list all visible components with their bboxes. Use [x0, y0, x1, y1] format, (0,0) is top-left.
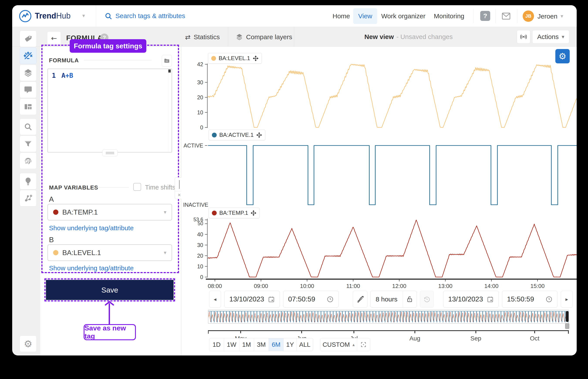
x-tick-label: 08:00	[202, 283, 228, 289]
trendhub-logo-icon[interactable]	[19, 10, 31, 22]
sidebar-item-fingerprint[interactable]	[20, 153, 37, 169]
overview-selection-handle[interactable]	[566, 311, 569, 322]
nav-monitoring[interactable]: Monitoring	[430, 8, 469, 24]
help-icon[interactable]: ?	[480, 11, 490, 21]
custom-range-button[interactable]: CUSTOM ▴	[320, 338, 357, 351]
brand-name: TrendHub	[35, 11, 71, 20]
y-tick-label: 20	[183, 253, 203, 259]
sidebar-item-lightbulb[interactable]	[20, 173, 37, 190]
sidebar-item-layers[interactable]	[20, 64, 37, 81]
variable-b-label: B	[49, 236, 54, 244]
map-variables-label: MAP VARIABLES	[49, 184, 98, 191]
sidebar-item-tag[interactable]	[20, 31, 37, 47]
start-time-field[interactable]: 07:50:59	[283, 291, 339, 308]
range-button-1d[interactable]: 1D	[209, 338, 224, 351]
x-tick-label: 11:00	[340, 283, 366, 289]
y-tick-label: 20	[183, 94, 203, 101]
search-input[interactable]: Search tags & attributes	[115, 12, 185, 20]
topbar-divider	[96, 5, 96, 27]
save-button[interactable]: Save	[46, 280, 173, 300]
formula-folder-button[interactable]	[162, 55, 172, 67]
y-tick-label: 30	[183, 242, 203, 248]
user-chevron-down-icon[interactable]: ▾	[560, 13, 563, 19]
range-button-all[interactable]: ALL	[297, 338, 313, 351]
section-rule	[96, 187, 129, 188]
toolbar-divider	[294, 27, 294, 47]
variable-a-show-underlying-link[interactable]: Show underlying tag/attribute	[49, 224, 134, 232]
editor-scrollbar[interactable]	[168, 69, 171, 152]
variable-b-dropdown[interactable]: BA:LEVEL.1 ▾	[47, 244, 172, 261]
formula-editor[interactable]: 1 A+B	[47, 69, 172, 153]
sidebar-item-settings[interactable]: ⚙	[20, 335, 37, 352]
fit-range-button[interactable]	[357, 338, 370, 351]
variable-b-chevron-down-icon: ▾	[164, 250, 166, 256]
user-name[interactable]: Jeroen	[538, 13, 557, 20]
move-icon[interactable]	[251, 210, 256, 216]
legend-chip-temp[interactable]: BA:TEMP.1	[209, 207, 260, 218]
chart-settings-button[interactable]: ⚙	[555, 49, 570, 63]
toolbar-divider	[228, 27, 228, 47]
variable-b-show-underlying-link[interactable]: Show underlying tag/attribute	[49, 264, 134, 272]
interpolation-button[interactable]	[353, 291, 368, 308]
brand-hub: Hub	[56, 11, 71, 20]
range-button-1y[interactable]: 1Y	[284, 338, 297, 351]
clock-icon	[327, 296, 334, 303]
range-button-6m[interactable]: 6M	[269, 338, 284, 351]
formula-settings-callout: Formula tag settings	[70, 39, 146, 53]
nav-view[interactable]: View	[353, 8, 377, 24]
range-button-3m[interactable]: 3M	[254, 338, 269, 351]
variable-b-series-dot	[53, 250, 58, 255]
range-button-1m[interactable]: 1M	[239, 338, 254, 351]
duration-value[interactable]: 8 hours	[371, 296, 403, 303]
variable-a-dropdown[interactable]: BA:TEMP.1 ▾	[47, 204, 172, 221]
overview-strip[interactable]	[208, 310, 569, 324]
end-date-field[interactable]: 13/10/2023	[443, 291, 499, 308]
time-shifts-checkbox[interactable]	[133, 183, 141, 191]
lock-icon[interactable]	[403, 296, 417, 303]
move-icon[interactable]	[253, 56, 259, 61]
end-time-field[interactable]: 15:50:59	[502, 291, 557, 308]
legend-chip-level[interactable]: BA:LEVEL.1	[208, 53, 262, 63]
x-tick-label: 13:00	[432, 283, 458, 289]
sidebar-item-formula[interactable]	[20, 47, 37, 64]
history-reset-button[interactable]	[420, 291, 434, 308]
view-title: New view - Unsaved changes	[339, 33, 478, 41]
pan-left-button[interactable]: ◂	[209, 291, 221, 308]
formula-code[interactable]: A+B	[62, 72, 73, 79]
sidebar-item-comment[interactable]	[20, 81, 37, 98]
save-as-new-tag-annotation: Save as new tag	[84, 324, 136, 340]
y-tick-label: 0	[183, 274, 203, 280]
sidebar-item-search[interactable]	[20, 118, 37, 135]
x-tick-label: 10:00	[294, 283, 320, 289]
avatar[interactable]: JB	[523, 10, 534, 22]
x-tick-label: 09:00	[248, 283, 274, 289]
pan-right-button[interactable]: ▸	[561, 291, 573, 308]
editor-resize-handle[interactable]	[102, 149, 118, 156]
back-button[interactable]: ←	[47, 31, 61, 45]
sidebar-item-network[interactable]	[20, 190, 37, 206]
range-button-1w[interactable]: 1W	[224, 338, 239, 351]
sidebar-item-filter[interactable]	[20, 136, 37, 152]
compare-layers-button[interactable]: Compare layers	[236, 32, 292, 42]
nav-work-organizer[interactable]: Work organizer	[379, 8, 427, 24]
formula-section-label: FORMULA	[49, 57, 79, 64]
legend-chip-active[interactable]: BA:ACTIVE.1	[209, 130, 265, 140]
nav-home[interactable]: Home	[329, 8, 353, 24]
mail-icon[interactable]	[502, 12, 511, 20]
sidebar-item-dashboard[interactable]	[20, 98, 37, 115]
y-tick-label: 42	[183, 61, 203, 67]
series-dot	[212, 211, 217, 215]
app-window: TrendHub ▾ Search tags & attributes Home…	[12, 5, 577, 355]
month-label: Sep	[463, 335, 489, 342]
start-date-field[interactable]: 13/10/2023	[224, 291, 280, 308]
overview-selection-grip[interactable]	[565, 323, 569, 329]
series-dot	[211, 56, 216, 61]
statistics-button[interactable]: ⇄ Statistics	[185, 32, 220, 42]
broadcast-button[interactable]	[517, 30, 530, 44]
time-shifts-label: Time shifts	[145, 184, 175, 191]
actions-button[interactable]: Actions ▾	[532, 30, 569, 44]
brand-chevron-down-icon[interactable]: ▾	[82, 13, 85, 19]
month-label: Aug	[402, 335, 428, 342]
brand-trend: Trend	[35, 11, 56, 20]
move-icon[interactable]	[256, 132, 262, 138]
